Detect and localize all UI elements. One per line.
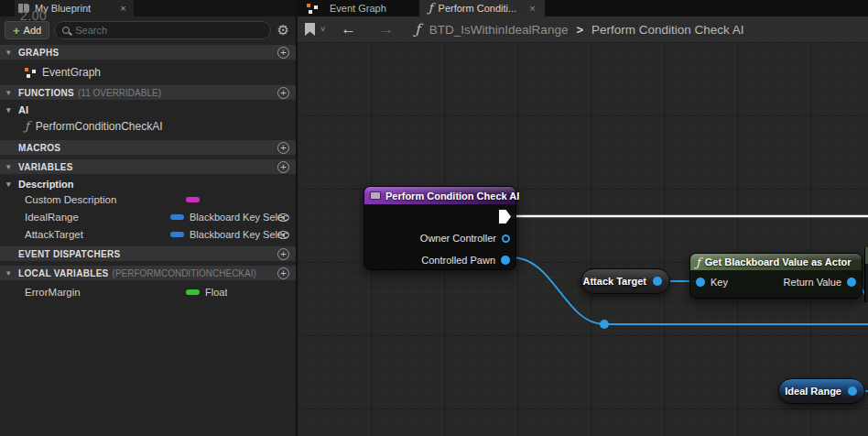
category-description[interactable]: ▾ Description (0, 178, 296, 190)
book-icon (18, 4, 29, 13)
pure-function-icon: ƒ (696, 256, 700, 269)
caret-down-icon[interactable]: ▾ (6, 48, 14, 57)
object-pin-icon[interactable] (502, 234, 510, 243)
section-local-variables[interactable]: ▾ LOCAL VARIABLES (PERFORMCONDITIONCHECK… (0, 266, 296, 280)
reroute-node[interactable] (600, 320, 609, 329)
object-pin-icon[interactable] (847, 278, 856, 287)
sidebar-item-eventgraph[interactable]: EventGraph (0, 62, 296, 82)
section-event-dispatchers[interactable]: EVENT DISPATCHERS + (0, 246, 296, 261)
node-header[interactable]: ƒ Get Blackboard Value as Actor (690, 254, 862, 270)
eye-icon[interactable] (277, 213, 289, 222)
caret-down-icon[interactable]: ▾ (6, 180, 14, 189)
caret-down-icon[interactable]: ▾ (6, 162, 14, 171)
event-graph-icon (307, 4, 319, 14)
caret-down-icon[interactable]: ▾ (6, 268, 14, 278)
caret-down-icon[interactable]: ▾ (6, 105, 14, 114)
type-pill-blackboard-key (170, 214, 184, 220)
function-icon: ƒ (25, 119, 29, 133)
search-input[interactable] (75, 25, 262, 36)
my-blueprint-tab-title: My Blueprint (35, 3, 91, 14)
graph-editor: Event Graph ƒ Perform Conditi... × ˅ ← →… (298, 0, 868, 436)
type-pill-float (186, 289, 200, 295)
caret-down-icon[interactable]: ▾ (6, 88, 14, 97)
plus-icon: + (13, 25, 20, 37)
search-icon (62, 27, 70, 34)
unreal-blueprint-editor: My Blueprint × 2.00 + Add ⚙ ▾ GRAPHS + E… (0, 0, 868, 436)
event-graph-icon (25, 68, 37, 78)
section-macros[interactable]: MACROS + (0, 140, 296, 155)
breadcrumb-current[interactable]: Perform Condition Check AI (591, 23, 744, 37)
add-graph-icon[interactable]: + (277, 47, 289, 59)
forward-button[interactable]: → (372, 20, 400, 38)
eye-icon[interactable] (277, 231, 289, 239)
gear-icon[interactable]: ⚙ (276, 22, 291, 38)
close-icon[interactable]: × (120, 3, 125, 14)
my-blueprint-panel: My Blueprint × 2.00 + Add ⚙ ▾ GRAPHS + E… (0, 0, 297, 436)
type-pill-custom (186, 197, 200, 202)
search-box[interactable] (54, 21, 270, 39)
add-event-dispatcher-icon[interactable]: + (277, 248, 289, 260)
chevron-down-icon[interactable]: ˅ (320, 25, 325, 34)
pin-return-value[interactable]: Return Value (784, 277, 856, 288)
tab-event-graph[interactable]: Event Graph (298, 0, 396, 16)
node-ideal-range[interactable]: Ideal Range (778, 378, 865, 404)
variable-idealrange[interactable]: IdealRange Blackboard Key Select (0, 210, 296, 224)
node-header[interactable]: Perform Condition Check AI (364, 187, 515, 204)
graph-toolbar: ˅ ← → ƒ BTD_IsWithinIdealRange > Perform… (298, 16, 868, 42)
section-functions[interactable]: ▾ FUNCTIONS (11 OVERRIDABLE) + (0, 85, 296, 100)
close-icon[interactable]: × (529, 3, 535, 14)
my-blueprint-tabstrip: My Blueprint × (0, 0, 296, 16)
variable-custom-description[interactable]: Custom Description (0, 192, 296, 207)
add-macro-icon[interactable]: + (277, 142, 289, 154)
object-pin-icon[interactable] (501, 256, 510, 265)
breadcrumb-root[interactable]: BTD_IsWithinIdealRange (429, 23, 569, 37)
tab-my-blueprint[interactable]: My Blueprint × (15, 0, 134, 16)
pin-owner-controller[interactable]: Owner Controller (420, 233, 510, 244)
node-perform-condition-check-ai[interactable]: Perform Condition Check AI Owner Control… (363, 186, 516, 270)
add-function-icon[interactable]: + (277, 87, 289, 99)
object-pin-icon[interactable] (696, 278, 705, 287)
node-attack-target[interactable]: Attack Target (580, 268, 670, 294)
pin-controlled-pawn[interactable]: Controlled Pawn (421, 255, 510, 266)
node-offscreen-sliver[interactable] (864, 247, 868, 302)
graph-canvas[interactable]: Perform Condition Check AI Owner Control… (298, 42, 868, 436)
add-local-variable-icon[interactable]: + (277, 267, 289, 279)
object-pin-icon[interactable] (653, 277, 662, 286)
back-button[interactable]: ← (334, 20, 363, 38)
function-icon: ƒ (429, 1, 433, 15)
function-icon: ƒ (415, 21, 420, 38)
object-pin-icon[interactable] (848, 387, 857, 396)
tab-perform-condition[interactable]: ƒ Perform Conditi... × (419, 0, 545, 16)
function-entry-icon (370, 191, 381, 200)
add-variable-icon[interactable]: + (277, 161, 289, 173)
category-ai[interactable]: ▾ AI (0, 104, 296, 115)
variable-errormargin[interactable]: ErrorMargin Float (0, 285, 296, 300)
breadcrumb: BTD_IsWithinIdealRange > Perform Conditi… (429, 23, 744, 37)
add-button[interactable]: + Add (5, 21, 49, 39)
exec-output-pin[interactable] (499, 210, 511, 223)
pin-key[interactable]: Key (696, 277, 728, 288)
sidebar-item-performconditioncheckai[interactable]: ƒ PerformConditionCheckAI (0, 118, 296, 135)
bookmark-icon[interactable] (305, 23, 315, 36)
node-get-blackboard-value-as-actor[interactable]: ƒ Get Blackboard Value as Actor Key Retu… (689, 253, 863, 299)
variable-attacktarget[interactable]: AttackTarget Blackboard Key Select (0, 227, 296, 242)
section-variables[interactable]: ▾ VARIABLES + (0, 159, 296, 174)
section-graphs[interactable]: ▾ GRAPHS + (0, 45, 296, 60)
editor-tabstrip: Event Graph ƒ Perform Conditi... × (298, 0, 868, 16)
my-blueprint-toolbar: + Add ⚙ (0, 18, 296, 42)
type-pill-blackboard-key (170, 232, 184, 237)
breadcrumb-separator-icon: > (576, 23, 583, 37)
